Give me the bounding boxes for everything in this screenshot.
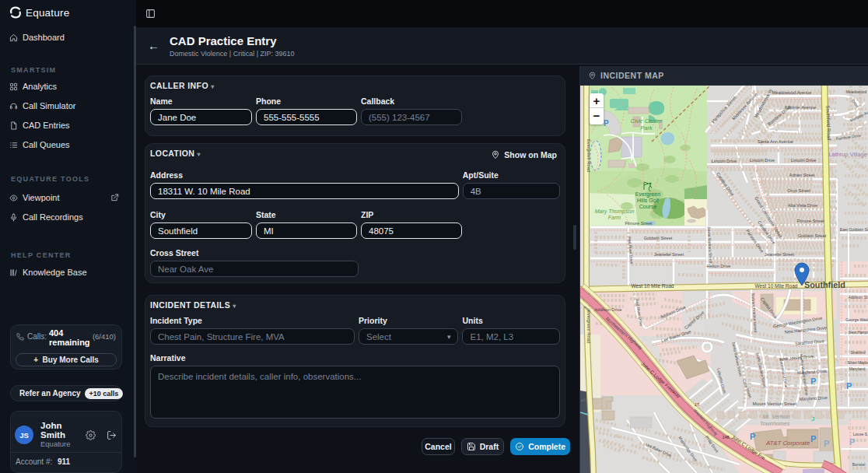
svg-text:Evergreen: Evergreen	[635, 191, 660, 198]
svg-text:Helton Drive: Helton Drive	[707, 264, 731, 268]
svg-text:Farm: Farm	[608, 215, 621, 220]
svg-text:P: P	[604, 119, 609, 128]
svg-text:Lincoln Drive: Lincoln Drive	[750, 158, 775, 163]
svg-text:Townhomes: Townhomes	[760, 420, 790, 427]
svg-text:Lathrup Village: Lathrup Village	[828, 151, 866, 158]
svg-text:P: P	[846, 381, 852, 391]
svg-text:P: P	[849, 437, 855, 447]
svg-text:J: J	[811, 415, 814, 422]
svg-text:Evergreen Road: Evergreen Road	[586, 310, 591, 343]
svg-text:East Goldwin Str: East Goldwin Str	[840, 227, 868, 232]
svg-text:Addison St: Addison St	[848, 295, 868, 300]
svg-text:Mary Thompson: Mary Thompson	[595, 208, 635, 215]
svg-text:Filmore Street: Filmore Street	[625, 221, 653, 226]
svg-text:148: 148	[722, 435, 729, 440]
svg-text:Park: Park	[640, 124, 653, 131]
svg-text:P: P	[824, 439, 829, 448]
svg-text:Lincoln Drive: Lincoln Drive	[712, 159, 737, 163]
svg-text:P: P	[750, 432, 755, 441]
svg-text:Goldwin Street: Goldwin Street	[644, 236, 673, 240]
svg-text:Silver Maple: Silver Maple	[847, 360, 868, 365]
svg-text:uth: uth	[581, 398, 586, 402]
svg-text:Alta Vista Drive: Alta Vista Drive	[788, 203, 817, 208]
svg-text:George Washing: George Washing	[845, 317, 868, 322]
svg-text:15: 15	[695, 402, 700, 407]
svg-text:Bonstel: Bonstel	[852, 462, 866, 467]
svg-text:Onyx Street: Onyx Street	[787, 188, 810, 193]
svg-text:Civic Center: Civic Center	[631, 117, 663, 124]
svg-text:Course: Course	[639, 204, 657, 209]
svg-text:Meadowood Avenue: Meadowood Avenue	[772, 90, 812, 95]
svg-text:Addison Drive: Addison Drive	[595, 307, 622, 312]
svg-text:West 10 Mile Road: West 10 Mile Road	[755, 283, 798, 289]
svg-text:New Hampsh: New Hampsh	[849, 330, 868, 335]
svg-text:P: P	[810, 434, 816, 443]
svg-text:Mount Vernon Street: Mount Vernon Street	[753, 401, 797, 406]
svg-text:Adrian Street: Adrian Street	[789, 173, 815, 177]
svg-text:Goldwin Street: Goldwin Street	[798, 233, 827, 238]
svg-text:Santa Ann Avenue: Santa Ann Avenue	[758, 139, 793, 144]
svg-text:AT&T Corporate: AT&T Corporate	[765, 440, 810, 447]
svg-text:Lincoln Drive: Lincoln Drive	[791, 158, 816, 163]
svg-text:Stratford: Stratford	[850, 350, 865, 355]
svg-text:Southfield: Southfield	[804, 280, 845, 289]
svg-text:Jeanette Street: Jeanette Street	[765, 252, 794, 257]
svg-text:West 10 Mile Road: West 10 Mile Road	[632, 283, 674, 289]
svg-text:Jeanette Street: Jeanette Street	[654, 252, 684, 257]
svg-text:Meadowood: Meadowood	[846, 90, 866, 94]
svg-text:Mt. Vernon: Mt. Vernon	[763, 413, 790, 420]
svg-text:Evergreen Road: Evergreen Road	[586, 139, 591, 172]
svg-text:Louse S: Louse S	[853, 432, 868, 436]
svg-text:Filmore Street: Filmore Street	[796, 219, 824, 223]
svg-text:Maryland: Maryland	[849, 366, 866, 371]
svg-text:P: P	[810, 377, 816, 386]
svg-text:Hills Golf: Hills Golf	[637, 198, 659, 203]
